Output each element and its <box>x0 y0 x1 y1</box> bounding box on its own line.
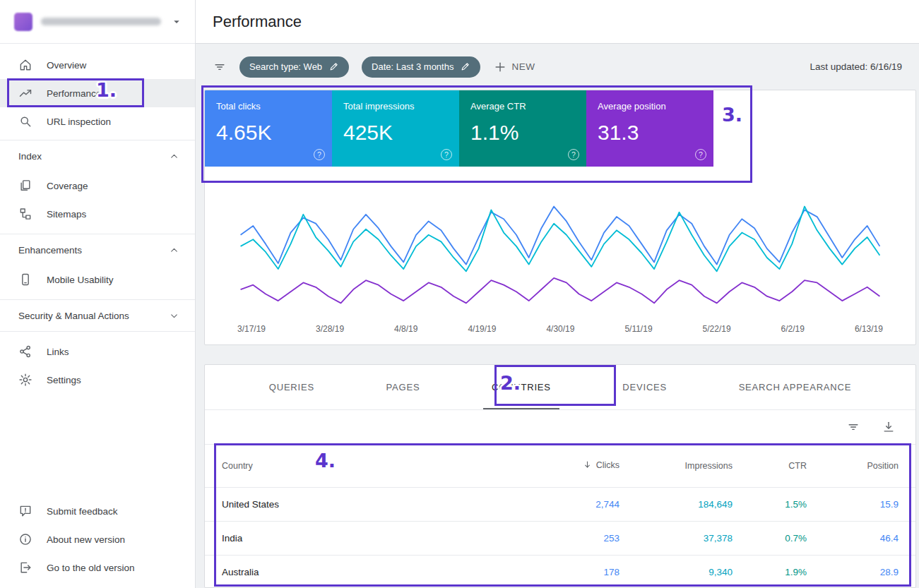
help-icon[interactable]: ? <box>441 149 452 160</box>
sidebar-item-label: Settings <box>47 375 81 385</box>
column-header-label: Clicks <box>596 460 619 470</box>
clicks-cell: 2,744 <box>514 499 619 510</box>
position-cell: 15.9 <box>807 499 899 510</box>
help-icon[interactable]: ? <box>695 149 706 160</box>
average-position-card[interactable]: Average position 31.3 ? <box>586 90 713 167</box>
info-icon <box>18 532 32 546</box>
country-cell: Australia <box>222 567 514 577</box>
sidebar-item-label: Performance <box>47 88 101 99</box>
x-tick-label: 6/2/19 <box>781 324 805 334</box>
help-icon[interactable]: ? <box>568 149 579 160</box>
column-header-ctr[interactable]: CTR <box>733 461 807 471</box>
search-icon <box>18 114 32 128</box>
tab-queries[interactable]: QUERIES <box>269 365 314 409</box>
x-tick-label: 3/17/19 <box>237 324 266 334</box>
sidebar-section-security[interactable]: Security & Manual Actions <box>0 300 195 331</box>
sidebar-item-label: Submit feedback <box>47 506 118 517</box>
position-cell: 28.9 <box>807 567 899 577</box>
sidebar-item-mobile-usability[interactable]: Mobile Usability <box>0 265 195 294</box>
property-selector[interactable] <box>0 0 195 44</box>
tab-search-appearance[interactable]: SEARCH APPEARANCE <box>739 365 852 409</box>
pencil-icon <box>328 61 339 72</box>
sidebar-item-about-new-version[interactable]: About new version <box>0 525 195 553</box>
sidebar-footer: Submit feedback About new version Go to … <box>0 497 195 582</box>
sidebar-item-label: Coverage <box>47 181 88 191</box>
section-label: Enhancements <box>18 245 82 256</box>
sitemaps-icon <box>18 207 32 221</box>
sidebar-item-url-inspection[interactable]: URL inspection <box>0 107 195 136</box>
sidebar-item-label: Sitemaps <box>47 209 86 220</box>
column-header-position[interactable]: Position <box>807 461 899 471</box>
sidebar-item-go-to-old-version[interactable]: Go to the old version <box>0 553 195 582</box>
download-icon[interactable] <box>882 420 896 434</box>
column-header-country[interactable]: Country <box>222 461 514 471</box>
chart-x-axis: 3/17/193/28/194/8/194/19/194/30/195/11/1… <box>237 324 883 334</box>
smartphone-icon <box>18 272 32 287</box>
sidebar: Overview Performance URL inspection Inde… <box>0 0 196 588</box>
filter-icon[interactable] <box>846 420 860 434</box>
sidebar-item-links[interactable]: Links <box>0 337 195 366</box>
dimension-tabs: QUERIES PAGES COUNTRIES DEVICES SEARCH A… <box>205 365 915 410</box>
last-updated-text: Last updated: 6/16/19 <box>810 61 902 72</box>
tab-label: SEARCH APPEARANCE <box>739 382 852 392</box>
position-cell: 46.4 <box>807 533 899 544</box>
tab-label: QUERIES <box>269 382 314 392</box>
metric-label: Total impressions <box>343 101 448 112</box>
tab-label: DEVICES <box>622 382 667 392</box>
filter-icon[interactable] <box>213 60 227 74</box>
coverage-icon <box>18 179 32 193</box>
feedback-icon <box>18 504 32 518</box>
x-tick-label: 5/11/19 <box>624 324 652 334</box>
metric-value: 31.3 <box>598 121 702 145</box>
dimensions-card: QUERIES PAGES COUNTRIES DEVICES SEARCH A… <box>204 364 916 588</box>
links-icon <box>18 344 32 359</box>
sidebar-item-settings[interactable]: Settings <box>0 366 195 394</box>
tab-label: COUNTRIES <box>492 382 551 392</box>
sidebar-item-submit-feedback[interactable]: Submit feedback <box>0 497 195 525</box>
table-row[interactable]: India 253 37,378 0.7% 46.4 <box>205 522 915 556</box>
tab-pages[interactable]: PAGES <box>386 365 420 409</box>
date-range-chip[interactable]: Date: Last 3 months <box>362 56 480 78</box>
sidebar-item-performance[interactable]: Performance <box>0 79 195 107</box>
column-header-clicks[interactable]: Clicks <box>514 460 619 472</box>
section-label: Index <box>18 151 42 162</box>
tab-countries[interactable]: COUNTRIES <box>492 365 551 409</box>
search-type-chip[interactable]: Search type: Web <box>239 56 349 78</box>
table-header-row: Country Clicks Impressions CTR Position <box>205 444 915 488</box>
sort-arrow-down-icon <box>582 460 593 470</box>
page-title: Performance <box>213 13 302 31</box>
table-row[interactable]: Australia 178 9,340 1.9% 28.9 <box>205 556 915 588</box>
average-ctr-card[interactable]: Average CTR 1.1% ? <box>459 90 586 167</box>
chevron-down-icon <box>169 311 179 321</box>
total-impressions-card[interactable]: Total impressions 425K ? <box>332 90 459 167</box>
chevron-up-icon <box>169 245 179 256</box>
new-filter-button[interactable]: NEW <box>493 60 535 74</box>
sidebar-item-overview[interactable]: Overview <box>0 51 195 79</box>
trending-up-icon <box>18 86 32 100</box>
metric-value: 4.65K <box>216 121 321 145</box>
sidebar-section-enhancements[interactable]: Enhancements <box>0 234 195 265</box>
performance-chart-card: Total clicks 4.65K ? Total impressions 4… <box>204 90 916 345</box>
ctr-cell: 1.9% <box>733 567 807 577</box>
tab-devices[interactable]: DEVICES <box>622 365 667 409</box>
chart-line-clicks <box>241 207 880 265</box>
tab-label: PAGES <box>386 382 420 392</box>
x-tick-label: 5/22/19 <box>703 324 731 334</box>
x-tick-label: 4/8/19 <box>394 324 417 334</box>
caret-down-icon <box>170 15 184 29</box>
column-header-impressions[interactable]: Impressions <box>619 461 733 471</box>
help-icon[interactable]: ? <box>314 149 325 160</box>
clicks-cell: 178 <box>514 567 619 577</box>
sidebar-item-coverage[interactable]: Coverage <box>0 172 195 200</box>
total-clicks-card[interactable]: Total clicks 4.65K ? <box>205 90 332 167</box>
sidebar-item-label: Overview <box>47 60 86 71</box>
metric-label: Average CTR <box>470 101 575 112</box>
table-row[interactable]: United States 2,744 184,649 1.5% 15.9 <box>205 488 915 522</box>
sidebar-section-index[interactable]: Index <box>0 140 195 172</box>
chart-line-impressions <box>241 207 880 272</box>
performance-chart[interactable] <box>237 188 883 318</box>
ctr-cell: 1.5% <box>733 499 807 510</box>
main-header: Performance <box>196 0 919 44</box>
ctr-cell: 0.7% <box>733 533 807 544</box>
sidebar-item-sitemaps[interactable]: Sitemaps <box>0 200 195 228</box>
